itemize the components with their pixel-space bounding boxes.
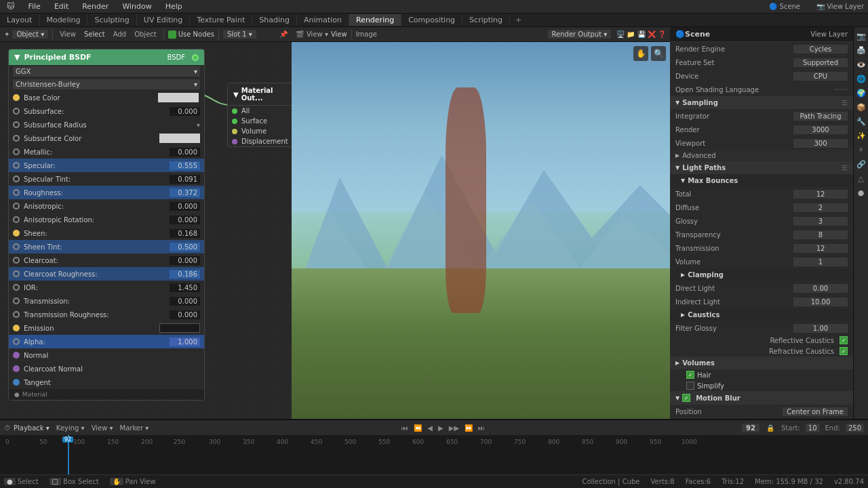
emission-socket[interactable] bbox=[13, 325, 20, 331]
view-layer-icon[interactable]: 👁️ bbox=[855, 58, 867, 70]
file-menu[interactable]: File bbox=[25, 2, 43, 11]
subsurface-radius-chevron[interactable]: ▾ bbox=[197, 121, 200, 129]
tab-animation[interactable]: Animation bbox=[297, 14, 349, 26]
end-value[interactable]: 250 bbox=[846, 424, 864, 432]
sampling-section[interactable]: ▼ Sampling ☰ bbox=[670, 96, 853, 109]
object-dropdown[interactable]: Object ▾ bbox=[12, 30, 48, 39]
use-nodes-check[interactable]: Use Nodes bbox=[168, 30, 214, 39]
node-btn[interactable]: Object bbox=[132, 30, 159, 38]
tab-scripting[interactable]: Scripting bbox=[462, 14, 510, 26]
add-workspace-button[interactable]: + bbox=[510, 14, 527, 26]
normal-socket[interactable] bbox=[13, 352, 20, 359]
clearcoat-normal-socket[interactable] bbox=[13, 365, 20, 372]
mat-displacement-socket[interactable] bbox=[232, 139, 237, 144]
select-btn[interactable]: Select bbox=[81, 30, 108, 38]
view-btn2[interactable]: View ▾ bbox=[307, 30, 328, 38]
bsdf-node[interactable]: ▼ Principled BSDF BSDF GGX ▾ bbox=[8, 49, 205, 401]
modifier-icon[interactable]: 🔧 bbox=[855, 115, 867, 127]
tab-layout[interactable]: Layout bbox=[0, 14, 39, 26]
light-paths-section[interactable]: ▼ Light Paths ☰ bbox=[670, 161, 853, 174]
transmission-value2[interactable]: 12 bbox=[793, 244, 848, 253]
timeline-content[interactable]: 0 50 100 150 200 250 300 350 400 450 500… bbox=[0, 435, 868, 474]
object-data-icon[interactable]: △ bbox=[855, 172, 867, 184]
mat-collapse[interactable]: ▼ bbox=[233, 91, 239, 98]
total-value[interactable]: 12 bbox=[793, 190, 848, 199]
filter-glossy-value[interactable]: 1.00 bbox=[793, 324, 848, 333]
ior-value[interactable]: 1.450 bbox=[170, 283, 200, 292]
motion-blur-checkbox[interactable]: ✓ bbox=[682, 394, 690, 402]
subsurface-radius-socket[interactable] bbox=[13, 121, 20, 128]
clearcoat-value[interactable]: 0.000 bbox=[170, 256, 200, 265]
playback-dropdown[interactable]: Playback ▾ bbox=[14, 424, 50, 432]
subsurface-color-socket[interactable] bbox=[13, 135, 20, 142]
keying-dropdown[interactable]: Keying ▾ bbox=[56, 424, 85, 432]
max-bounces-section[interactable]: ▼ Max Bounces bbox=[670, 174, 853, 187]
ior-socket[interactable] bbox=[13, 284, 20, 291]
subsurface-value[interactable]: 0.000 bbox=[170, 107, 200, 116]
render-image-btn[interactable]: Image bbox=[356, 30, 377, 38]
base-color-socket[interactable] bbox=[13, 94, 20, 101]
subsurface-color-swatch[interactable] bbox=[159, 134, 200, 143]
roughness-value[interactable]: 0.372 bbox=[170, 188, 200, 197]
view-dropdown[interactable]: View ▾ bbox=[92, 424, 113, 432]
clearcoat-roughness-socket[interactable] bbox=[13, 270, 20, 277]
mat-all-socket[interactable] bbox=[232, 108, 237, 114]
render-output-dropdown[interactable]: Render Output ▾ bbox=[548, 30, 612, 39]
transmission-socket[interactable] bbox=[13, 298, 20, 304]
alpha-value[interactable]: 1.000 bbox=[170, 338, 200, 346]
edit-menu[interactable]: Edit bbox=[52, 2, 71, 11]
window-menu[interactable]: Window bbox=[119, 2, 154, 11]
transmission-roughness-socket[interactable] bbox=[13, 311, 20, 318]
particles-icon[interactable]: ✨ bbox=[855, 129, 867, 142]
roughness-socket[interactable] bbox=[13, 189, 20, 196]
tab-rendering[interactable]: Rendering bbox=[349, 14, 401, 26]
use-nodes-checkbox[interactable] bbox=[168, 30, 176, 39]
render-samples-value[interactable]: 3000 bbox=[793, 125, 848, 134]
slot-dropdown[interactable]: Slot 1 ▾ bbox=[223, 30, 256, 39]
caustics-section[interactable]: ▶ Caustics bbox=[670, 308, 853, 321]
tab-compositing[interactable]: Compositing bbox=[401, 14, 462, 26]
render-engine-value[interactable]: Cycles bbox=[793, 45, 848, 54]
specular-tint-value[interactable]: 0.091 bbox=[170, 175, 200, 184]
sheen-socket[interactable] bbox=[13, 230, 20, 237]
current-frame-display[interactable]: 92 bbox=[742, 424, 760, 432]
view-render-btn[interactable]: View bbox=[331, 30, 347, 38]
sheen-tint-socket[interactable] bbox=[13, 243, 20, 250]
render-icon[interactable]: 📷 bbox=[855, 30, 867, 42]
material-output-node[interactable]: ▼ Material Out... All Surface Volume bbox=[227, 83, 292, 147]
tab-uv-editing[interactable]: UV Editing bbox=[137, 14, 190, 26]
simplify-checkbox[interactable] bbox=[686, 382, 694, 390]
anisotropic-rotation-socket[interactable] bbox=[13, 216, 20, 223]
tab-modeling[interactable]: Modeling bbox=[39, 14, 87, 26]
jump-end-btn[interactable]: ⏭ bbox=[478, 424, 485, 432]
start-value[interactable]: 10 bbox=[806, 424, 820, 432]
light-paths-icon[interactable]: ☰ bbox=[842, 164, 848, 171]
device-value[interactable]: CPU bbox=[793, 72, 848, 81]
help-menu[interactable]: Help bbox=[163, 2, 185, 11]
viewport-samples-value[interactable]: 300 bbox=[793, 139, 848, 148]
glossy-value[interactable]: 3 bbox=[793, 217, 848, 226]
advanced-section[interactable]: ▶ Advanced bbox=[670, 150, 853, 161]
material-icon-side[interactable]: ● bbox=[855, 186, 867, 199]
sampling-options-icon[interactable]: ☰ bbox=[842, 99, 848, 106]
view-btn[interactable]: View bbox=[57, 30, 79, 38]
reflective-caustics-checkbox[interactable]: ✓ bbox=[840, 336, 848, 344]
prev-frame-btn[interactable]: ◀ bbox=[427, 424, 433, 432]
tangent-socket[interactable] bbox=[13, 379, 20, 386]
emission-swatch[interactable] bbox=[159, 323, 200, 333]
scene-props-icon[interactable]: 🌐 bbox=[855, 73, 867, 85]
subsurface-socket[interactable] bbox=[13, 108, 20, 115]
zoom-btn[interactable]: 🔍 bbox=[651, 46, 666, 61]
sheen-tint-value[interactable]: 0.500 bbox=[170, 243, 200, 251]
pin-icon[interactable]: 📌 bbox=[279, 30, 288, 38]
feature-set-value[interactable]: Supported bbox=[793, 58, 848, 67]
diffuse-value[interactable]: 2 bbox=[793, 203, 848, 212]
node-collapse-triangle[interactable]: ▼ bbox=[14, 53, 20, 62]
indirect-light-value[interactable]: 10.00 bbox=[793, 298, 848, 306]
volumes-section[interactable]: ▶ Volumes bbox=[670, 357, 853, 369]
position-value[interactable]: Center on Frame bbox=[783, 407, 848, 416]
clearcoat-roughness-value[interactable]: 0.186 bbox=[170, 270, 200, 279]
distribution-dropdown[interactable]: GGX ▾ bbox=[13, 66, 200, 77]
direct-light-value[interactable]: 0.00 bbox=[793, 284, 848, 293]
sheen-value[interactable]: 0.168 bbox=[170, 229, 200, 238]
